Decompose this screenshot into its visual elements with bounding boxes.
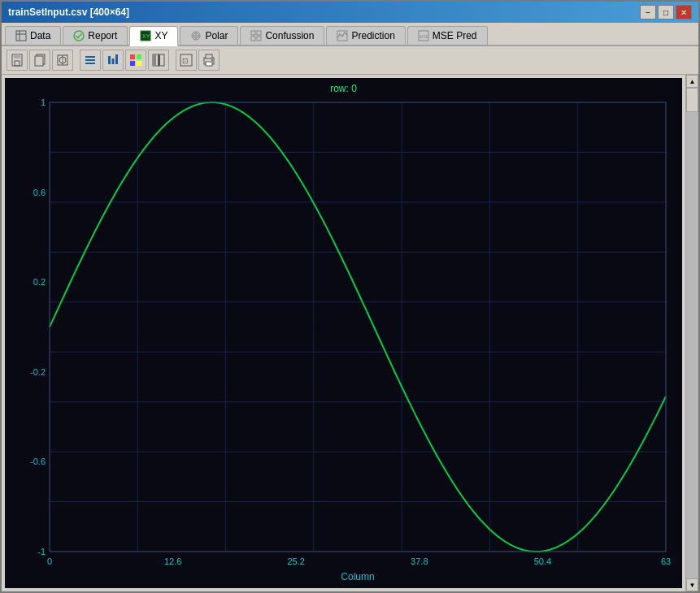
tool-copy-button[interactable] (29, 50, 50, 71)
tool-save-button[interactable] (7, 50, 28, 71)
svg-text:⊡: ⊡ (182, 57, 189, 65)
table-icon (15, 30, 27, 41)
scroll-track[interactable] (686, 88, 698, 578)
main-window: trainSetInput.csv [400×64] − □ ✕ Data (0, 0, 700, 593)
tool-grid-button[interactable]: ⊡ (176, 50, 197, 71)
svg-rect-19 (15, 61, 20, 66)
main-area: row: 0 ▲ ▼ (2, 75, 698, 591)
svg-point-3 (74, 31, 84, 41)
svg-point-43 (211, 59, 213, 61)
svg-rect-13 (257, 37, 261, 41)
check-icon (73, 30, 85, 41)
svg-rect-0 (16, 31, 26, 41)
tab-prediction-label: Prediction (351, 30, 394, 41)
tab-confussion[interactable]: Confussion (240, 26, 324, 45)
tab-xy[interactable]: XY XY (129, 26, 178, 46)
svg-rect-33 (130, 61, 135, 66)
vertical-scrollbar[interactable]: ▲ ▼ (685, 75, 698, 591)
tool-lines-button[interactable] (80, 50, 101, 71)
scroll-down-button[interactable]: ▼ (686, 578, 698, 591)
chart-row-label: row: 0 (5, 83, 682, 94)
tab-msepred-label: MSE Pred (433, 30, 477, 41)
tool-pattern-button[interactable] (148, 50, 169, 71)
tab-polar[interactable]: Polar (180, 26, 238, 45)
svg-rect-31 (130, 54, 135, 59)
tool-export-button[interactable] (52, 50, 73, 71)
svg-text:XY: XY (142, 33, 150, 39)
svg-rect-32 (137, 54, 141, 59)
window-title: trainSetInput.csv [400×64] (8, 6, 129, 18)
svg-rect-36 (153, 54, 156, 66)
svg-rect-11 (257, 31, 261, 35)
svg-rect-21 (35, 56, 43, 66)
svg-rect-30 (115, 54, 118, 64)
svg-rect-42 (206, 62, 212, 66)
title-buttons: − □ ✕ (640, 5, 692, 19)
tool-color-button[interactable] (125, 50, 146, 71)
tab-polar-label: Polar (205, 30, 228, 41)
tab-bar: Data Report XY XY (2, 23, 698, 46)
tab-data-label: Data (30, 30, 50, 41)
maximize-button[interactable]: □ (658, 5, 674, 19)
polar-icon (190, 30, 202, 41)
svg-rect-41 (206, 54, 212, 58)
tab-confussion-label: Confussion (265, 30, 314, 41)
svg-rect-10 (251, 31, 255, 35)
pred-icon (337, 30, 348, 41)
title-bar: trainSetInput.csv [400×64] − □ ✕ (2, 2, 698, 23)
scroll-thumb[interactable] (686, 88, 698, 112)
xy-icon: XY (140, 30, 151, 41)
mse-icon: MSE (418, 30, 429, 41)
close-button[interactable]: ✕ (676, 5, 692, 19)
tab-prediction[interactable]: Prediction (326, 26, 405, 45)
scroll-up-button[interactable]: ▲ (686, 75, 698, 88)
tab-report[interactable]: Report (63, 26, 128, 45)
svg-rect-12 (251, 37, 255, 41)
svg-rect-37 (158, 54, 160, 66)
tab-data[interactable]: Data (5, 26, 61, 45)
tab-report-label: Report (88, 30, 117, 41)
svg-text:MSE: MSE (420, 34, 429, 39)
tab-xy-label: XY (154, 30, 167, 41)
toolbar: ⊡ (2, 46, 698, 75)
grid-icon (250, 30, 262, 41)
svg-rect-28 (108, 56, 111, 64)
tool-bars-button[interactable] (102, 50, 124, 71)
svg-rect-18 (14, 54, 20, 58)
svg-rect-34 (137, 61, 141, 66)
minimize-button[interactable]: − (640, 5, 656, 19)
svg-rect-29 (112, 58, 115, 64)
chart-area: row: 0 (5, 78, 682, 588)
tab-msepred[interactable]: MSE MSE Pred (407, 26, 488, 45)
tool-print-button[interactable] (198, 50, 220, 71)
